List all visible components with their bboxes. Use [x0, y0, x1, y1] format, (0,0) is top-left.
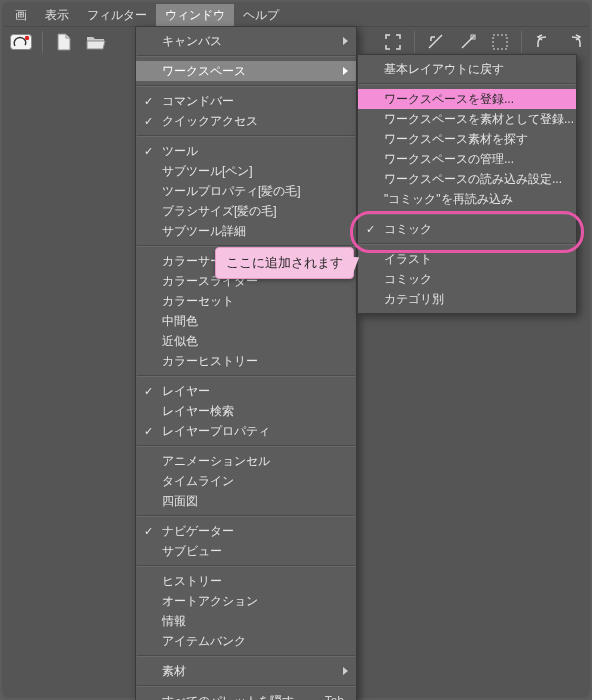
menu-item[interactable]: キャンバス [136, 31, 356, 51]
submenu-item[interactable]: ワークスペースの管理... [358, 149, 576, 169]
submenu-item[interactable]: ワークスペースを素材として登録... [358, 109, 576, 129]
toolbar-separator [521, 31, 522, 53]
menu-separator [137, 55, 355, 57]
menu-separator [137, 685, 355, 687]
menu-item[interactable]: カラーヒストリー [136, 351, 356, 371]
menu-item[interactable]: サブツール詳細 [136, 221, 356, 241]
menu-item[interactable]: クイックアクセス [136, 111, 356, 131]
svg-rect-3 [493, 35, 507, 49]
selection-icon[interactable] [487, 30, 513, 54]
submenu-item[interactable]: コミック [358, 219, 576, 239]
submenu-item[interactable]: コミック [358, 269, 576, 289]
menu-item[interactable]: 素材 [136, 661, 356, 681]
menu-item[interactable]: 四面図 [136, 491, 356, 511]
menubar-item[interactable]: 画 [6, 4, 36, 26]
menu-item[interactable]: ツールプロパティ[髪の毛] [136, 181, 356, 201]
menu-item[interactable]: サブビュー [136, 541, 356, 561]
menu-item[interactable]: ワークスペース [136, 61, 356, 81]
menu-item[interactable]: レイヤー検索 [136, 401, 356, 421]
new-file-icon[interactable] [51, 30, 77, 54]
rotate-icon[interactable] [455, 30, 481, 54]
menu-item[interactable]: 中間色 [136, 311, 356, 331]
open-folder-icon[interactable] [83, 30, 109, 54]
menu-separator [137, 135, 355, 137]
submenu-item[interactable]: カテゴリ別 [358, 289, 576, 309]
menu-item[interactable]: ナビゲーター [136, 521, 356, 541]
submenu-item[interactable]: ワークスペースを登録... [358, 89, 576, 109]
window-menu: キャンバスワークスペースコマンドバークイックアクセスツールサブツール[ペン]ツー… [135, 26, 357, 700]
menu-separator [137, 655, 355, 657]
menu-item[interactable]: ブラシサイズ[髪の毛] [136, 201, 356, 221]
submenu-item[interactable]: "コミック"を再読み込み [358, 189, 576, 209]
toolbar-separator [414, 31, 415, 53]
menu-separator [137, 565, 355, 567]
workspace-submenu: 基本レイアウトに戻すワークスペースを登録...ワークスペースを素材として登録..… [357, 54, 577, 314]
menubar-item[interactable]: ヘルプ [234, 4, 288, 26]
menu-separator [137, 445, 355, 447]
menu-item[interactable]: ヒストリー [136, 571, 356, 591]
menu-item[interactable]: サブツール[ペン] [136, 161, 356, 181]
menu-item[interactable]: カラースライダー [136, 271, 356, 291]
menu-separator [359, 213, 575, 215]
menubar-item-window[interactable]: ウィンドウ [156, 4, 234, 26]
submenu-item[interactable]: 基本レイアウトに戻す [358, 59, 576, 79]
shortcut-label: Tab [325, 691, 344, 700]
submenu-item[interactable]: イラスト [358, 249, 576, 269]
submenu-item[interactable]: ワークスペースの読み込み設定... [358, 169, 576, 189]
menu-item[interactable]: 情報 [136, 611, 356, 631]
menubar-item[interactable]: フィルター [78, 4, 156, 26]
menu-item[interactable]: カラーセット [136, 291, 356, 311]
menu-separator [137, 375, 355, 377]
redo-icon[interactable] [562, 30, 588, 54]
menu-separator [137, 85, 355, 87]
menubar-item[interactable]: 表示 [36, 4, 78, 26]
undo-icon[interactable] [530, 30, 556, 54]
menu-item[interactable]: 近似色 [136, 331, 356, 351]
menu-item[interactable]: タイムライン [136, 471, 356, 491]
menu-separator [359, 243, 575, 245]
menu-item[interactable]: コマンドバー [136, 91, 356, 111]
fit-icon[interactable] [380, 30, 406, 54]
menubar: 画 表示 フィルター ウィンドウ ヘルプ [4, 4, 588, 27]
menu-separator [359, 83, 575, 85]
flip-icon[interactable] [423, 30, 449, 54]
menu-item[interactable]: すべてのパレットを隠すTab [136, 691, 356, 700]
menu-separator [137, 515, 355, 517]
menu-item[interactable]: カラーサークル [136, 251, 356, 271]
menu-item[interactable]: アイテムバンク [136, 631, 356, 651]
menu-separator [137, 245, 355, 247]
menu-item[interactable]: レイヤー [136, 381, 356, 401]
menu-item[interactable]: アニメーションセル [136, 451, 356, 471]
submenu-item[interactable]: ワークスペース素材を探す [358, 129, 576, 149]
svg-point-1 [25, 36, 29, 40]
record-icon[interactable] [8, 30, 34, 54]
menu-item[interactable]: ツール [136, 141, 356, 161]
menu-item[interactable]: レイヤープロパティ [136, 421, 356, 441]
menu-item[interactable]: オートアクション [136, 591, 356, 611]
